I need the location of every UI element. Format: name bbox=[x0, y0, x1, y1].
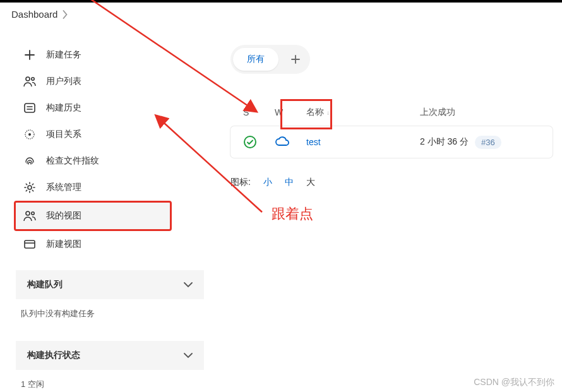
sidebar-item-project-rel[interactable]: 项目关系 bbox=[16, 121, 212, 148]
header-weather[interactable]: W bbox=[275, 107, 306, 117]
header-name[interactable]: 名称↓ bbox=[306, 107, 420, 118]
svg-point-0 bbox=[26, 77, 30, 81]
build-executor-body: 1 空闲 bbox=[16, 370, 212, 392]
svg-point-6 bbox=[26, 211, 30, 215]
target-icon bbox=[23, 128, 36, 141]
icon-size-selector: 图标: 小 中 大 bbox=[230, 177, 553, 188]
header-last-success[interactable]: 上次成功 bbox=[420, 107, 540, 118]
plus-icon bbox=[23, 49, 36, 61]
header-status[interactable]: S bbox=[243, 107, 275, 117]
sidebar: 新建任务 用户列表 构建历史 项目关系 检查文件指纹 bbox=[0, 26, 212, 392]
build-queue-header[interactable]: 构建队列 bbox=[16, 270, 204, 299]
annotation-text: 跟着点 bbox=[272, 205, 313, 223]
svg-rect-8 bbox=[25, 241, 35, 248]
job-name-link[interactable]: test bbox=[306, 137, 321, 147]
build-queue-body: 队列中没有构建任务 bbox=[16, 299, 212, 328]
people-icon bbox=[23, 75, 36, 88]
build-executor-title: 构建执行状态 bbox=[27, 350, 80, 361]
sidebar-item-system[interactable]: 系统管理 bbox=[16, 174, 212, 201]
svg-point-5 bbox=[28, 186, 32, 189]
main-content: 所有 S W 名称↓ 上次成功 test 2 小时 36 分 bbox=[212, 26, 562, 392]
svg-point-1 bbox=[32, 78, 34, 80]
people-icon bbox=[23, 210, 36, 222]
weather-icon bbox=[275, 136, 306, 148]
sidebar-item-label: 构建历史 bbox=[46, 102, 81, 114]
history-icon bbox=[23, 102, 36, 114]
sidebar-item-build-history[interactable]: 构建历史 bbox=[16, 95, 212, 121]
last-success-time: 2 小时 36 分 bbox=[420, 136, 469, 148]
sidebar-item-label: 新建视图 bbox=[46, 239, 81, 250]
watermark: CSDN @我认不到你 bbox=[474, 377, 554, 388]
gear-icon bbox=[23, 181, 36, 194]
svg-rect-2 bbox=[25, 104, 35, 112]
icon-size-small[interactable]: 小 bbox=[263, 177, 272, 188]
chevron-down-icon bbox=[184, 282, 193, 288]
fingerprint-icon bbox=[23, 155, 36, 167]
icon-size-large[interactable]: 大 bbox=[306, 177, 315, 188]
tab-add-button[interactable] bbox=[284, 47, 308, 71]
chevron-right-icon bbox=[63, 10, 68, 19]
chevron-down-icon bbox=[184, 353, 193, 359]
sidebar-item-label: 用户列表 bbox=[46, 76, 81, 87]
sidebar-item-new-view[interactable]: 新建视图 bbox=[16, 231, 212, 258]
svg-point-4 bbox=[28, 133, 31, 136]
table-row[interactable]: test 2 小时 36 分 #36 bbox=[230, 126, 553, 158]
build-number-badge[interactable]: #36 bbox=[475, 136, 501, 149]
sidebar-item-label: 我的视图 bbox=[46, 210, 81, 222]
sidebar-item-users[interactable]: 用户列表 bbox=[16, 68, 212, 95]
status-icon bbox=[243, 135, 275, 149]
build-executor-header[interactable]: 构建执行状态 bbox=[16, 341, 204, 370]
sidebar-item-new-job[interactable]: 新建任务 bbox=[16, 42, 212, 68]
table-header: S W 名称↓ 上次成功 bbox=[230, 99, 553, 126]
sidebar-item-label: 系统管理 bbox=[46, 182, 81, 193]
svg-point-9 bbox=[244, 136, 256, 148]
icon-size-medium[interactable]: 中 bbox=[285, 177, 294, 188]
breadcrumb[interactable]: Dashboard bbox=[0, 3, 562, 26]
svg-point-7 bbox=[32, 212, 34, 215]
view-tabs: 所有 bbox=[230, 45, 310, 74]
sidebar-item-label: 项目关系 bbox=[46, 129, 81, 140]
sidebar-item-label: 新建任务 bbox=[46, 49, 81, 61]
sort-down-icon: ↓ bbox=[326, 109, 330, 116]
breadcrumb-root[interactable]: Dashboard bbox=[11, 9, 57, 20]
sidebar-item-fingerprint[interactable]: 检查文件指纹 bbox=[16, 148, 212, 174]
folder-plus-icon bbox=[23, 238, 36, 251]
sidebar-item-label: 检查文件指纹 bbox=[46, 155, 99, 167]
build-queue-title: 构建队列 bbox=[27, 279, 63, 290]
sidebar-item-my-views[interactable]: 我的视图 bbox=[14, 201, 172, 231]
icon-size-label: 图标: bbox=[230, 177, 251, 188]
tab-all[interactable]: 所有 bbox=[233, 48, 278, 71]
